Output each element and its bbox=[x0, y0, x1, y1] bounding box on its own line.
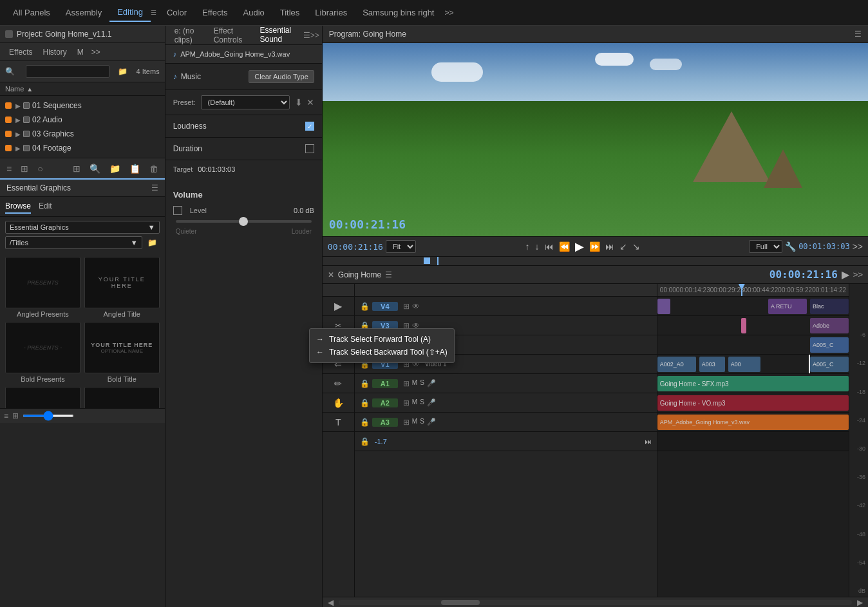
nav-libraries[interactable]: Libraries bbox=[307, 4, 355, 21]
step-back-btn[interactable]: ⏪ bbox=[559, 241, 570, 252]
eg-new-folder-btn[interactable]: 📁 bbox=[145, 237, 160, 248]
wrench-icon[interactable]: 🔧 bbox=[785, 241, 796, 252]
volume-to-end-btn[interactable]: ⏭ bbox=[645, 438, 652, 445]
clip-v4-retu[interactable]: A RETU bbox=[768, 299, 807, 314]
lock-a1[interactable]: 🔒 bbox=[360, 379, 370, 388]
clip-v1-a003[interactable]: A003 bbox=[699, 357, 725, 372]
hand-tool[interactable]: ✋ bbox=[323, 393, 354, 413]
clip-v4-blac[interactable]: Blac bbox=[810, 299, 849, 314]
nav-editing[interactable]: Editing bbox=[109, 3, 151, 22]
tree-item-graphics[interactable]: ▶ 03 Graphics bbox=[0, 127, 165, 141]
clip-v1-a00[interactable]: A00 bbox=[728, 357, 760, 372]
eg-path-dropdown[interactable]: /Titles ▼ bbox=[5, 236, 142, 249]
pen-tool[interactable]: ✏ bbox=[323, 374, 354, 393]
pointer-tool[interactable]: ▶ bbox=[323, 297, 354, 316]
nav-titles[interactable]: Titles bbox=[272, 4, 308, 21]
level-checkbox[interactable] bbox=[173, 206, 182, 215]
freeform-view-btn[interactable]: ○ bbox=[35, 162, 45, 175]
project-tabs-more[interactable]: >> bbox=[89, 48, 103, 57]
eg-grid-btn[interactable]: ⊞ bbox=[12, 411, 19, 420]
clip-a1-sfx[interactable]: Going Home - SFX.mp3 bbox=[657, 376, 849, 391]
preset-select[interactable]: (Default) bbox=[201, 95, 290, 109]
play-btn[interactable]: ▶ bbox=[575, 239, 584, 254]
delete-btn[interactable]: 🗑 bbox=[147, 162, 161, 175]
sync-v4[interactable]: ⊞ bbox=[403, 302, 410, 311]
timeline-close-icon[interactable]: ✕ bbox=[328, 270, 334, 279]
scroll-thumb[interactable] bbox=[441, 600, 480, 605]
lock-a3[interactable]: 🔒 bbox=[360, 418, 370, 427]
type-tool[interactable]: T bbox=[323, 413, 354, 432]
eg-item-bold-title[interactable]: YOUR TITLE HERE OPTIONAL NAME Bold Title bbox=[84, 322, 160, 383]
sync-a3[interactable]: ⊞ bbox=[403, 418, 410, 427]
lock-vol[interactable]: 🔒 bbox=[360, 437, 370, 446]
eg-menu-icon[interactable]: ☰ bbox=[151, 183, 158, 192]
zoom-btn[interactable]: ⊞ bbox=[70, 162, 83, 175]
clear-audio-type-btn[interactable]: Clear Audio Type bbox=[249, 70, 314, 83]
icon-view-btn[interactable]: ⊞ bbox=[18, 162, 31, 175]
eg-item-angled-presents[interactable]: PRESENTS Angled Presents bbox=[5, 257, 80, 318]
list-view-btn[interactable]: ≡ bbox=[4, 162, 14, 175]
eg-source-dropdown[interactable]: Essential Graphics ▼ bbox=[5, 221, 160, 234]
preset-delete-icon[interactable]: ✕ bbox=[307, 97, 314, 107]
clip-v1-a005[interactable]: A005_C bbox=[810, 357, 849, 372]
eg-size-slider[interactable] bbox=[23, 415, 74, 417]
eg-list-btn[interactable]: ≡ bbox=[4, 411, 8, 420]
nav-color[interactable]: Color bbox=[159, 4, 194, 21]
clip-v4-1[interactable] bbox=[657, 299, 670, 314]
clip-v3-pink[interactable] bbox=[741, 318, 746, 333]
project-tab-effects[interactable]: Effects bbox=[4, 45, 37, 59]
mark-in-btn[interactable]: ↑ bbox=[525, 241, 530, 252]
eg-tab-browse[interactable]: Browse bbox=[5, 200, 31, 214]
progress-bar-area[interactable] bbox=[323, 257, 868, 266]
tools-more[interactable]: >> bbox=[853, 270, 863, 279]
lock-a2[interactable]: 🔒 bbox=[360, 398, 370, 407]
clip-a2-vo[interactable]: Going Home - VO.mp3 bbox=[657, 395, 849, 411]
eg-item-5[interactable] bbox=[5, 387, 80, 408]
tree-item-sequences[interactable]: ▶ 01 Sequences bbox=[0, 98, 165, 113]
search-input[interactable] bbox=[26, 65, 109, 78]
loudness-checkbox[interactable]: ✓ bbox=[305, 122, 314, 131]
select-tool[interactable]: ▶ bbox=[842, 268, 849, 281]
scroll-left-btn[interactable]: ◀ bbox=[328, 598, 334, 607]
timeline-ruler[interactable]: 00:00 00:00:14:23 00:00:29:23 00:00:44:2… bbox=[657, 284, 849, 297]
scroll-track[interactable] bbox=[339, 600, 852, 605]
clip-v3-adobe[interactable]: Adobe bbox=[810, 318, 849, 333]
eye-v4[interactable]: 👁 bbox=[412, 302, 420, 311]
tab-essential-sound[interactable]: Essential Sound bbox=[254, 23, 303, 48]
new-item-btn[interactable]: 📋 bbox=[127, 162, 143, 175]
eg-item-bold-presents[interactable]: - PRESENTS - Bold Presents bbox=[5, 322, 80, 383]
scroll-right-btn[interactable]: ▶ bbox=[857, 598, 863, 607]
mid-panel-more[interactable]: ☰ bbox=[303, 31, 310, 40]
tree-item-footage[interactable]: ▶ 04 Footage bbox=[0, 141, 165, 155]
search-btn[interactable]: 🔍 bbox=[87, 162, 103, 175]
duration-checkbox[interactable] bbox=[305, 144, 314, 153]
project-tab-history[interactable]: History bbox=[37, 45, 71, 59]
step-fwd-btn[interactable]: ⏩ bbox=[589, 241, 600, 252]
sync-a1[interactable]: ⊞ bbox=[403, 379, 410, 388]
clip-v1-a002[interactable]: A002_A0 bbox=[657, 357, 696, 372]
nav-more[interactable]: >> bbox=[444, 8, 453, 17]
overwrite-btn[interactable]: ↘ bbox=[632, 241, 640, 252]
eg-item-angled-title[interactable]: YOUR TITLE HERE Angled Title bbox=[84, 257, 160, 318]
tab-no-clips[interactable]: e: (no clips) bbox=[168, 24, 207, 47]
clip-v2-a005[interactable]: A005_C bbox=[810, 337, 849, 353]
go-in-btn[interactable]: ⏮ bbox=[545, 241, 554, 252]
sync-a2[interactable]: ⊞ bbox=[403, 398, 410, 407]
eg-item-6[interactable] bbox=[84, 387, 160, 408]
full-select[interactable]: Full bbox=[749, 240, 782, 253]
level-slider-thumb[interactable] bbox=[239, 217, 248, 226]
eg-tab-edit[interactable]: Edit bbox=[39, 200, 52, 214]
tree-item-audio[interactable]: ▶ 02 Audio bbox=[0, 113, 165, 127]
mid-panel-arrow[interactable]: >> bbox=[310, 31, 319, 40]
lock-v4[interactable]: 🔒 bbox=[360, 302, 370, 311]
tab-effect-controls[interactable]: Effect Controls bbox=[207, 24, 254, 47]
timeline-menu-icon[interactable]: ☰ bbox=[385, 270, 392, 279]
go-out-btn[interactable]: ⏭ bbox=[605, 241, 614, 252]
program-menu-icon[interactable]: ☰ bbox=[854, 30, 862, 39]
nav-all-panels[interactable]: All Panels bbox=[5, 4, 58, 21]
nav-samsung[interactable]: Samsung bins right bbox=[355, 4, 442, 21]
project-tab-m[interactable]: M bbox=[72, 45, 89, 59]
timeline-scrollbar[interactable]: ◀ ▶ bbox=[323, 597, 868, 607]
insert-btn[interactable]: ↙ bbox=[619, 241, 627, 252]
nav-audio[interactable]: Audio bbox=[236, 4, 272, 21]
